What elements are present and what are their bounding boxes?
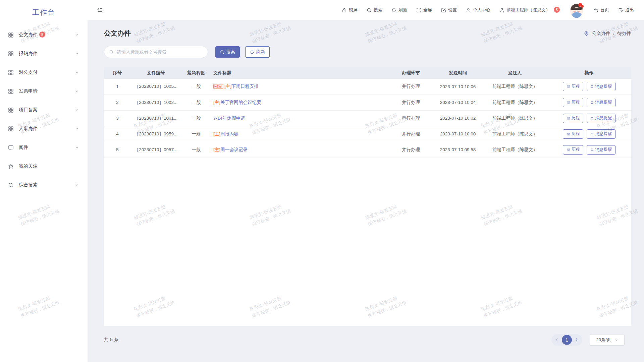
col-sender: 发送人 (483, 67, 547, 79)
history-button[interactable]: 历程 (563, 98, 583, 107)
cell-title: 7-14年休假申请 (211, 110, 389, 126)
profile-button[interactable]: 个人中心 (466, 7, 490, 13)
logout-button[interactable]: 退出 (618, 7, 634, 13)
page-number[interactable]: 1 (562, 335, 572, 345)
main-doc-tag: [主] (213, 131, 220, 136)
chevron-down-icon (75, 108, 79, 112)
sidebar-item-yuejian[interactable]: 阅件 (0, 138, 88, 157)
main-content: 公文办件 公文办件 / 待办件 搜索 刷新 (88, 20, 644, 362)
grid-icon (8, 70, 14, 75)
cell-urgency: 一般 (181, 142, 211, 158)
home-label: 首页 (600, 7, 609, 13)
lock-icon (342, 8, 347, 13)
cell-time: 2023-07-10 10:06 (433, 79, 483, 95)
edit-square-icon (441, 8, 446, 13)
cell-file-no: ［20230710］1005... (131, 79, 181, 95)
topbar-refresh-button[interactable]: 刷新 (391, 7, 407, 13)
home-button[interactable]: 首页 (593, 7, 609, 13)
sidebar-item-label: 发票申请 (19, 88, 38, 94)
star-icon (8, 164, 14, 169)
table-row: 1 ［20230710］1005... 一般 NEW![主]下周日程安排 并行办… (104, 79, 631, 95)
cell-title: [主]周一会议记录 (211, 142, 389, 158)
cell-seq: 1 (104, 79, 131, 95)
search-input[interactable] (117, 50, 203, 55)
breadcrumb-item[interactable]: 公文办件 (592, 31, 610, 37)
document-link[interactable]: 周一会议记录 (220, 147, 248, 152)
menu-fold-icon[interactable] (97, 7, 103, 13)
settings-button[interactable]: 设置 (441, 7, 457, 13)
table-row: 4 ［20230710］0959... 一般 [主]周报内容 并行办理 2023… (104, 126, 631, 142)
history-button[interactable]: 历程 (563, 129, 583, 139)
breadcrumb: 公文办件 / 待办件 (584, 31, 631, 37)
notify-label: 消息提醒 (595, 115, 612, 121)
sidebar-item-baoxiao[interactable]: 报销办件 (0, 44, 88, 63)
history-label: 历程 (572, 84, 580, 89)
page-title: 公文办件 (104, 29, 131, 38)
col-file-no: 文件编号 (131, 67, 181, 79)
pagination: 1 20条/页 (551, 334, 625, 346)
sidebar-item-xiangmu[interactable]: 项目备案 (0, 101, 88, 119)
history-button[interactable]: 历程 (563, 114, 583, 123)
table-row: 5 ［20230710］0957... 一般 [主]周一会议记录 并行办理 20… (104, 142, 631, 158)
notify-button[interactable]: 消息提醒 (587, 145, 615, 155)
notify-button[interactable]: 消息提醒 (587, 82, 615, 91)
col-actions: 操作 (547, 67, 631, 79)
document-link[interactable]: 关于官网的会议纪要 (220, 100, 261, 105)
sidebar-item-guanzhu[interactable]: 我的关注 (0, 157, 88, 176)
refresh-button[interactable]: 刷新 (245, 46, 270, 58)
cell-actions: 历程 消息提醒 (547, 95, 631, 110)
pager-pill: 1 (551, 334, 582, 346)
cell-actions: 历程 消息提醒 (547, 142, 631, 158)
search-button[interactable]: 搜索 (215, 46, 240, 58)
history-button[interactable]: 历程 (563, 145, 583, 155)
cell-title: [主]关于官网的会议纪要 (211, 95, 389, 110)
sidebar-item-label: 公文办件 (19, 32, 38, 38)
document-link[interactable]: 7-14年休假申请 (213, 116, 245, 121)
breadcrumb-separator: / (613, 31, 614, 36)
fullscreen-button[interactable]: 全屏 (416, 7, 432, 13)
history-button[interactable]: 历程 (563, 82, 583, 91)
topbar: 锁屏 搜索 刷新 全屏 设置 个人中心 前端工程师（陈思文） 5 (88, 0, 644, 20)
notify-button[interactable]: 消息提醒 (587, 114, 615, 123)
cell-time: 2023-07-10 09:58 (433, 142, 483, 158)
history-label: 历程 (572, 147, 580, 153)
cell-urgency: 一般 (181, 79, 211, 95)
page-size-value: 20条/页 (596, 337, 611, 343)
sidebar-item-gongwen[interactable]: 公文办件 5 (0, 25, 88, 44)
notify-button[interactable]: 消息提醒 (587, 129, 615, 139)
sidebar-item-label: 项目备案 (19, 107, 38, 113)
lock-screen-button[interactable]: 锁屏 (342, 7, 358, 13)
history-label: 历程 (572, 100, 580, 105)
col-time: 发送时间 (433, 67, 483, 79)
page-size-select[interactable]: 20条/页 (590, 334, 625, 346)
history-label: 历程 (572, 115, 580, 121)
chevron-down-icon (75, 89, 79, 93)
current-user[interactable]: 前端工程师（陈思文） 5 (499, 7, 560, 13)
sidebar: 工作台 公文办件 5 报销办件 对公支付 发票申请 项目备案 (0, 0, 88, 362)
avatar[interactable] (569, 2, 584, 18)
cell-time: 2023-07-10 10:04 (433, 95, 483, 110)
sidebar-item-renshi[interactable]: 人事办件 (0, 119, 88, 138)
cell-seq: 3 (104, 110, 131, 126)
notify-label: 消息提醒 (595, 131, 612, 137)
notify-button[interactable]: 消息提醒 (587, 98, 615, 107)
table-footer: 共 5 条 1 20条/页 (104, 334, 625, 346)
app-logo: 工作台 (0, 0, 88, 25)
prev-page-button[interactable] (555, 338, 559, 342)
topbar-search-button[interactable]: 搜索 (367, 7, 382, 13)
location-pin-icon (584, 31, 589, 36)
undo-arrow-icon (593, 8, 598, 13)
document-link[interactable]: 下周日程安排 (231, 84, 259, 89)
main-doc-tag: [主] (213, 147, 220, 152)
cell-actions: 历程 消息提醒 (547, 79, 631, 95)
fullscreen-icon (416, 8, 421, 13)
notify-label: 消息提醒 (595, 100, 612, 105)
grid-icon (8, 126, 14, 132)
sidebar-item-fapiao[interactable]: 发票申请 (0, 82, 88, 101)
next-page-button[interactable] (574, 338, 579, 342)
sidebar-item-zonghe[interactable]: 综合搜索 (0, 176, 88, 194)
cell-sender: 前端工程师（陈思文） (483, 95, 547, 110)
document-link[interactable]: 周报内容 (220, 131, 238, 136)
sidebar-item-duigong[interactable]: 对公支付 (0, 63, 88, 82)
refresh-icon (391, 8, 396, 13)
